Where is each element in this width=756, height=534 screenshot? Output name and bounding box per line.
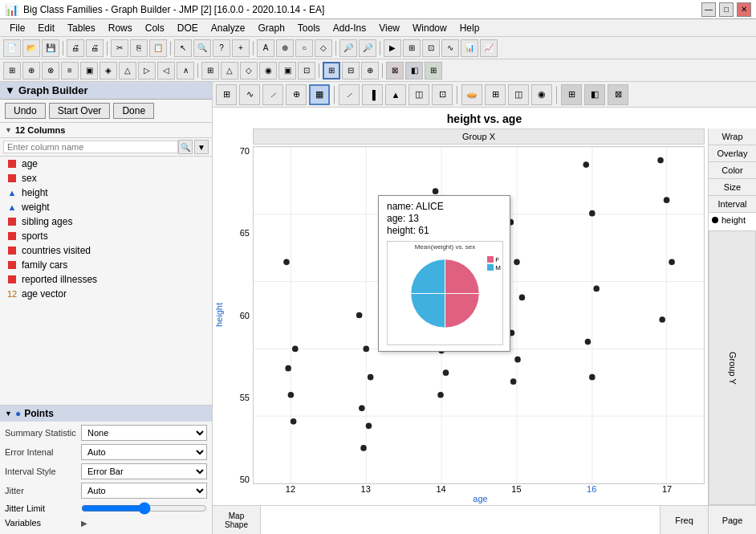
variables-expand[interactable]: ▶	[81, 519, 87, 528]
tb-select[interactable]: ↖	[174, 39, 192, 57]
window-controls[interactable]: — □ ✕	[701, 2, 751, 17]
tb-print2[interactable]: 🖨	[86, 39, 104, 57]
menu-edit[interactable]: Edit	[31, 21, 61, 35]
map-shape-button[interactable]: Map Shape	[213, 506, 261, 534]
points-header[interactable]: ▼ ● Points	[0, 406, 212, 422]
search-input[interactable]	[3, 141, 178, 153]
done-button[interactable]: Done	[113, 103, 154, 119]
undo-button[interactable]: Undo	[5, 103, 46, 119]
tb-help[interactable]: ?	[213, 39, 230, 57]
tb-paste[interactable]: 📋	[149, 39, 167, 57]
page-button[interactable]: Page	[708, 506, 756, 534]
tb2-k[interactable]: ⊞	[201, 62, 219, 79]
gb-btn-hist[interactable]: ◫	[408, 84, 429, 105]
col-item-sex[interactable]: sex	[0, 171, 212, 185]
tb2-q[interactable]: ⊞	[323, 62, 340, 79]
tb-i[interactable]: ⊡	[422, 39, 440, 57]
menu-doe[interactable]: DOE	[171, 21, 205, 35]
close-button[interactable]: ✕	[737, 2, 751, 17]
col-item-family-cars[interactable]: family cars	[0, 258, 212, 272]
tb-b[interactable]: ⊕	[276, 39, 294, 57]
gb-btn-grid[interactable]: ⊞	[216, 84, 237, 105]
gb-btn-treemap[interactable]: ⊞	[485, 84, 506, 105]
plot-area[interactable]: name: ALICE age: 13 height: 61 Mean(weig…	[253, 146, 705, 484]
tb-a[interactable]: A	[257, 39, 274, 57]
tb2-v[interactable]: ⊞	[425, 62, 442, 79]
tb2-s[interactable]: ⊕	[361, 62, 379, 79]
menu-cols[interactable]: Cols	[139, 21, 171, 35]
tb2-b[interactable]: ⊕	[22, 62, 40, 79]
tb-new[interactable]: 📄	[3, 39, 21, 57]
tb2-m[interactable]: ◇	[240, 62, 258, 79]
gb-btn-gray2[interactable]: ⊠	[608, 84, 628, 105]
menu-analyze[interactable]: Analyze	[205, 21, 252, 35]
gb-btn-bar[interactable]: ▐	[362, 84, 383, 105]
group-y-bar[interactable]: Group Y	[709, 230, 756, 505]
tb2-u[interactable]: ◧	[405, 62, 423, 79]
tb2-a[interactable]: ⊞	[3, 62, 21, 79]
y-axis-label[interactable]: height	[213, 146, 226, 484]
tb2-f[interactable]: ◈	[100, 62, 117, 79]
gb-btn-gray1[interactable]: ◧	[584, 84, 605, 105]
maximize-button[interactable]: □	[719, 2, 734, 17]
menu-help[interactable]: Help	[453, 21, 486, 35]
gb-btn-map[interactable]: ◫	[508, 84, 529, 105]
tb2-p[interactable]: ⊡	[298, 62, 315, 79]
tb2-g[interactable]: △	[119, 62, 136, 79]
tb2-j[interactable]: ∧	[177, 62, 194, 79]
group-x-bar[interactable]: Group X	[253, 128, 705, 145]
columns-triangle[interactable]: ▼	[5, 126, 12, 134]
tb-cut[interactable]: ✂	[111, 39, 128, 57]
col-item-height[interactable]: ▲ height	[0, 185, 212, 200]
menu-rows[interactable]: Rows	[102, 21, 139, 35]
menu-file[interactable]: File	[3, 21, 31, 35]
color-button[interactable]: Color	[709, 162, 756, 179]
minimize-button[interactable]: —	[701, 2, 716, 17]
tb-zoom[interactable]: 🔍	[193, 39, 211, 57]
tb-f[interactable]: 🔎	[359, 39, 376, 57]
tb2-o[interactable]: ▣	[278, 62, 296, 79]
tb2-r[interactable]: ⊟	[342, 62, 360, 79]
tb2-c[interactable]: ⊗	[42, 62, 59, 79]
tb-k[interactable]: 📊	[461, 39, 478, 57]
interval-button[interactable]: Interval	[709, 196, 756, 213]
menu-tables[interactable]: Tables	[61, 21, 102, 35]
freq-button[interactable]: Freq	[660, 506, 708, 534]
tb-add[interactable]: +	[232, 39, 250, 57]
col-item-age[interactable]: age	[0, 157, 212, 171]
tb-open[interactable]: 📂	[22, 39, 40, 57]
jitter-select[interactable]: Auto	[81, 483, 207, 499]
tb-print[interactable]: 🖨	[67, 39, 84, 57]
tb2-i[interactable]: ◁	[157, 62, 175, 79]
gb-btn-table[interactable]: ⊞	[561, 84, 582, 105]
menu-addins[interactable]: Add-Ins	[327, 21, 372, 35]
error-interval-select[interactable]: Auto	[81, 444, 207, 460]
gb-btn-box[interactable]: ⊡	[432, 84, 453, 105]
col-item-countries[interactable]: countries visited	[0, 243, 212, 258]
overlay-button[interactable]: Overlay	[709, 145, 756, 162]
summary-statistic-select[interactable]: None	[81, 425, 207, 441]
tb2-h[interactable]: ▷	[138, 62, 156, 79]
tb2-t[interactable]: ⊠	[386, 62, 404, 79]
gb-btn-wave[interactable]: ∿	[239, 84, 260, 105]
col-item-age-vector[interactable]: 12 age vector	[0, 287, 212, 301]
menu-graph[interactable]: Graph	[251, 21, 291, 35]
gb-btn-area[interactable]: ▲	[385, 84, 406, 105]
tb-g[interactable]: ▶	[384, 39, 401, 57]
menu-window[interactable]: Window	[406, 21, 453, 35]
wrap-button[interactable]: Wrap	[709, 128, 756, 145]
tb-j[interactable]: ∿	[441, 39, 459, 57]
menu-tools[interactable]: Tools	[291, 21, 327, 35]
tb2-l[interactable]: △	[221, 62, 238, 79]
col-item-sports[interactable]: sports	[0, 229, 212, 243]
collapse-arrow[interactable]: ▼	[5, 84, 15, 96]
x-axis-label[interactable]: age	[213, 494, 708, 505]
menu-view[interactable]: View	[372, 21, 406, 35]
tb-e[interactable]: 🔎	[339, 39, 357, 57]
gb-btn-heatmap[interactable]: ▦	[309, 84, 330, 105]
tb-l[interactable]: 📈	[480, 39, 498, 57]
size-button[interactable]: Size	[709, 179, 756, 196]
jitter-limit-slider[interactable]	[81, 502, 207, 515]
tb-copy[interactable]: ⎘	[130, 39, 148, 57]
tb2-d[interactable]: ≡	[61, 62, 79, 79]
